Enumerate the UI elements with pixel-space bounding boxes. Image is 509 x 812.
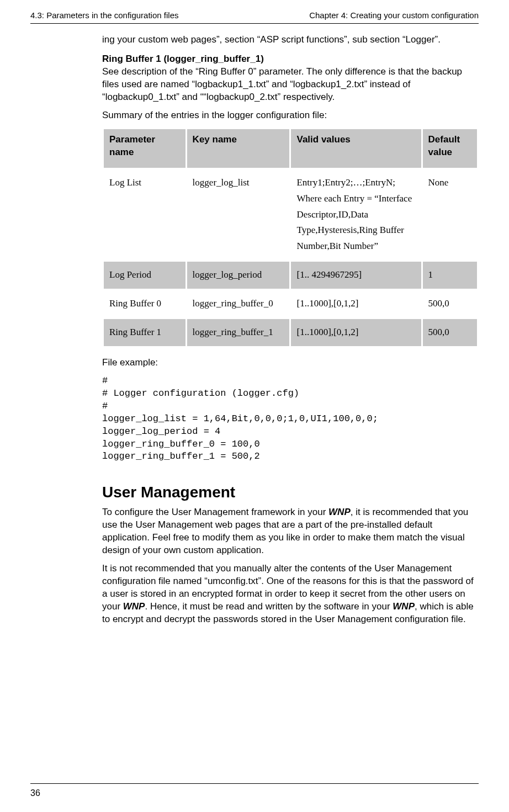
wnp-term: WNP <box>393 601 415 612</box>
cell-def: 1 <box>423 262 477 289</box>
cell-valid: [1..1000],[0,1,2] <box>291 319 421 346</box>
table-header-row: Parameter name Key name Valid values Def… <box>104 129 477 168</box>
page-number: 36 <box>30 788 40 798</box>
cell-key: logger_log_period <box>187 262 290 289</box>
th-key-name: Key name <box>187 129 290 168</box>
cell-param: Ring Buffer 0 <box>104 290 185 317</box>
cell-valid: [1.. 4294967295] <box>291 262 421 289</box>
cell-param: Log Period <box>104 262 185 289</box>
user-management-p2: It is not recommended that you manually … <box>102 562 479 626</box>
page-header: 4.3: Parameters in the configuration fil… <box>30 10 479 21</box>
user-management-heading: User Management <box>102 482 479 503</box>
page-footer: 36 <box>30 783 479 800</box>
table-row: Log List logger_log_list Entry1;Entry2;…… <box>104 169 477 260</box>
cell-def: 500,0 <box>423 319 477 346</box>
th-parameter-name: Parameter name <box>104 129 185 168</box>
cell-valid: [1..1000],[0,1,2] <box>291 290 421 317</box>
text: . Hence, it must be read and written by … <box>145 601 393 612</box>
continuation-paragraph: ing your custom web pages”, section “ASP… <box>102 34 479 46</box>
cell-key: logger_log_list <box>187 169 290 260</box>
parameters-table: Parameter name Key name Valid values Def… <box>102 128 479 348</box>
cell-key: logger_ring_buffer_1 <box>187 319 290 346</box>
main-content: ing your custom web pages”, section “ASP… <box>102 34 479 625</box>
th-default-value: Default value <box>423 129 477 168</box>
th-valid-values: Valid values <box>291 129 421 168</box>
header-rule <box>30 23 479 24</box>
cell-key: logger_ring_buffer_0 <box>187 290 290 317</box>
wnp-term: WNP <box>123 601 145 612</box>
footer-rule <box>30 783 479 784</box>
table-row: Ring Buffer 1 logger_ring_buffer_1 [1..1… <box>104 319 477 346</box>
user-management-p1: To configure the User Management framewo… <box>102 506 479 557</box>
wnp-term: WNP <box>328 507 351 517</box>
table-row: Ring Buffer 0 logger_ring_buffer_0 [1..1… <box>104 290 477 317</box>
table-row: Log Period logger_log_period [1.. 429496… <box>104 262 477 289</box>
code-block: # # Logger configuration (logger.cfg) # … <box>102 375 479 464</box>
cell-def: 500,0 <box>423 290 477 317</box>
ring-buffer-1-heading: Ring Buffer 1 (logger_ring_buffer_1) <box>102 53 479 66</box>
cell-param: Ring Buffer 1 <box>104 319 185 346</box>
summary-line: Summary of the entries in the logger con… <box>102 109 479 122</box>
cell-valid: Entry1;Entry2;…;EntryN; Where each Entry… <box>291 169 421 260</box>
file-example-label: File example: <box>102 357 479 369</box>
text: To configure the User Management framewo… <box>102 507 328 517</box>
cell-param: Log List <box>104 169 185 260</box>
header-right: Chapter 4: Creating your custom configur… <box>309 10 479 21</box>
ring-buffer-1-body: See description of the “Ring Buffer 0” p… <box>102 66 479 104</box>
header-left: 4.3: Parameters in the configuration fil… <box>30 10 178 21</box>
cell-def: None <box>423 169 477 260</box>
